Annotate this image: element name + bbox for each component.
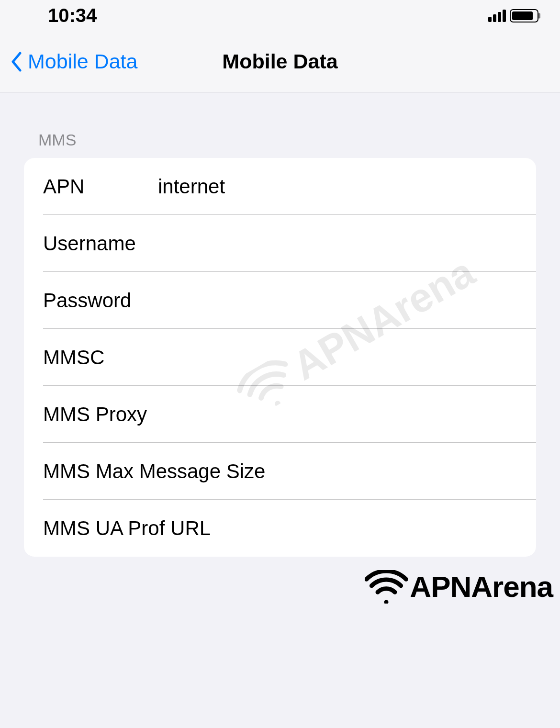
row-label: APN (43, 175, 158, 198)
status-bar: 10:34 (0, 0, 560, 31)
wifi-icon (365, 570, 408, 604)
row-label: MMS Proxy (43, 403, 147, 426)
row-label: MMS UA Prof URL (43, 517, 211, 540)
chevron-back-icon (11, 52, 22, 72)
row-label: MMSC (43, 346, 158, 369)
password-input[interactable] (158, 289, 536, 312)
cellular-signal-icon (488, 10, 506, 22)
mms-ua-prof-input[interactable] (211, 517, 536, 540)
mmsc-input[interactable] (158, 346, 536, 369)
mms-max-size-input[interactable] (265, 460, 536, 483)
back-button[interactable]: Mobile Data (0, 50, 137, 73)
battery-icon (510, 9, 538, 22)
row-username[interactable]: Username (24, 215, 536, 272)
row-mmsc[interactable]: MMSC (24, 329, 536, 386)
settings-group-mms: APN Username Password MMSC MMS Proxy MMS… (24, 158, 536, 557)
row-mms-proxy[interactable]: MMS Proxy (24, 386, 536, 443)
row-mms-max-size[interactable]: MMS Max Message Size (24, 443, 536, 500)
page-title: Mobile Data (222, 50, 337, 73)
content: MMS APN Username Password MMSC MMS Proxy (0, 92, 560, 557)
apn-input[interactable] (158, 175, 536, 198)
nav-bar: Mobile Data Mobile Data (0, 31, 560, 92)
section-header-mms: MMS (24, 131, 536, 149)
row-label: Password (43, 289, 158, 312)
mms-proxy-input[interactable] (147, 403, 536, 426)
username-input[interactable] (158, 232, 536, 255)
watermark-text: APNArena (410, 570, 553, 604)
status-icons (488, 9, 538, 22)
row-password[interactable]: Password (24, 272, 536, 329)
row-label: Username (43, 232, 158, 255)
row-label: MMS Max Message Size (43, 460, 265, 483)
status-time: 10:34 (48, 5, 97, 26)
back-label: Mobile Data (28, 50, 137, 73)
watermark-bottom: APNArena (365, 570, 553, 604)
row-mms-ua-prof[interactable]: MMS UA Prof URL (24, 500, 536, 557)
row-apn[interactable]: APN (24, 158, 536, 215)
